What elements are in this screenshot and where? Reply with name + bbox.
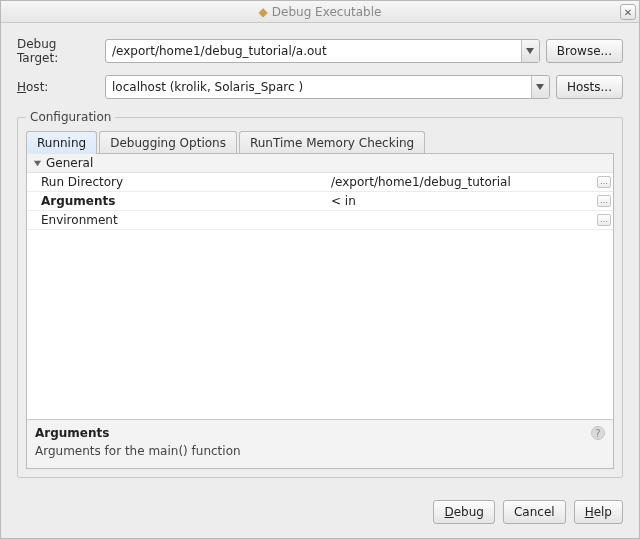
ellipsis-icon: … bbox=[597, 195, 611, 207]
property-edit-button[interactable]: … bbox=[595, 211, 613, 229]
property-name: Environment bbox=[27, 211, 327, 229]
property-group-general[interactable]: General bbox=[27, 154, 613, 173]
debug-executable-dialog: ◆Debug Executable ✕ Debug Target: /expor… bbox=[0, 0, 640, 539]
host-dropdown-button[interactable] bbox=[531, 76, 549, 98]
window-icon: ◆ bbox=[259, 5, 268, 19]
dialog-content: Debug Target: /export/home1/debug_tutori… bbox=[1, 23, 639, 488]
running-panel: General Run Directory /export/home1/debu… bbox=[26, 153, 614, 469]
property-name: Run Directory bbox=[27, 173, 327, 191]
tab-runtime-memory-checking[interactable]: RunTime Memory Checking bbox=[239, 131, 425, 154]
debug-button[interactable]: Debug bbox=[433, 500, 494, 524]
window-title: ◆Debug Executable bbox=[1, 5, 639, 19]
property-value[interactable]: /export/home1/debug_tutorial bbox=[327, 173, 595, 191]
cancel-button[interactable]: Cancel bbox=[503, 500, 566, 524]
ellipsis-icon: … bbox=[597, 176, 611, 188]
configuration-fieldset: Configuration Running Debugging Options … bbox=[17, 117, 623, 478]
property-description-text: Arguments for the main() function bbox=[35, 444, 605, 458]
host-value: localhost (krolik, Solaris_Sparc ) bbox=[106, 80, 531, 94]
property-table-empty-area bbox=[27, 230, 613, 419]
tab-running[interactable]: Running bbox=[26, 131, 97, 154]
property-value[interactable]: < in bbox=[327, 192, 595, 210]
titlebar: ◆Debug Executable ✕ bbox=[1, 1, 639, 23]
window-title-text: Debug Executable bbox=[272, 5, 382, 19]
host-label: Host: bbox=[17, 80, 99, 94]
chevron-down-icon bbox=[536, 84, 544, 90]
debug-target-row: Debug Target: /export/home1/debug_tutori… bbox=[17, 37, 623, 65]
property-edit-button[interactable]: … bbox=[595, 173, 613, 191]
property-name: Arguments bbox=[27, 192, 327, 210]
property-description-panel: ? Arguments Arguments for the main() fun… bbox=[27, 419, 613, 468]
host-combo[interactable]: localhost (krolik, Solaris_Sparc ) bbox=[105, 75, 550, 99]
chevron-down-icon bbox=[526, 48, 534, 54]
configuration-legend: Configuration bbox=[26, 110, 115, 124]
debug-target-combo[interactable]: /export/home1/debug_tutorial/a.out bbox=[105, 39, 540, 63]
help-icon[interactable]: ? bbox=[591, 426, 605, 440]
property-row-run-directory[interactable]: Run Directory /export/home1/debug_tutori… bbox=[27, 173, 613, 192]
help-button[interactable]: Help bbox=[574, 500, 623, 524]
configuration-tabstrip: Running Debugging Options RunTime Memory… bbox=[26, 128, 614, 154]
window-close-button[interactable]: ✕ bbox=[620, 4, 636, 20]
host-row: Host: localhost (krolik, Solaris_Sparc )… bbox=[17, 75, 623, 99]
ellipsis-icon: … bbox=[597, 214, 611, 226]
tab-debugging-options[interactable]: Debugging Options bbox=[99, 131, 237, 154]
property-row-environment[interactable]: Environment … bbox=[27, 211, 613, 230]
debug-target-label: Debug Target: bbox=[17, 37, 99, 65]
browse-button[interactable]: Browse... bbox=[546, 39, 623, 63]
property-row-arguments[interactable]: Arguments < in … bbox=[27, 192, 613, 211]
debug-target-dropdown-button[interactable] bbox=[521, 40, 539, 62]
property-edit-button[interactable]: … bbox=[595, 192, 613, 210]
close-icon: ✕ bbox=[624, 7, 632, 18]
triangle-down-icon bbox=[33, 159, 42, 168]
debug-target-value: /export/home1/debug_tutorial/a.out bbox=[106, 44, 521, 58]
property-value[interactable] bbox=[327, 211, 595, 229]
property-group-general-label: General bbox=[46, 156, 93, 170]
dialog-button-bar: Debug Cancel Help bbox=[1, 488, 639, 538]
property-description-title: Arguments bbox=[35, 426, 605, 440]
hosts-button[interactable]: Hosts... bbox=[556, 75, 623, 99]
